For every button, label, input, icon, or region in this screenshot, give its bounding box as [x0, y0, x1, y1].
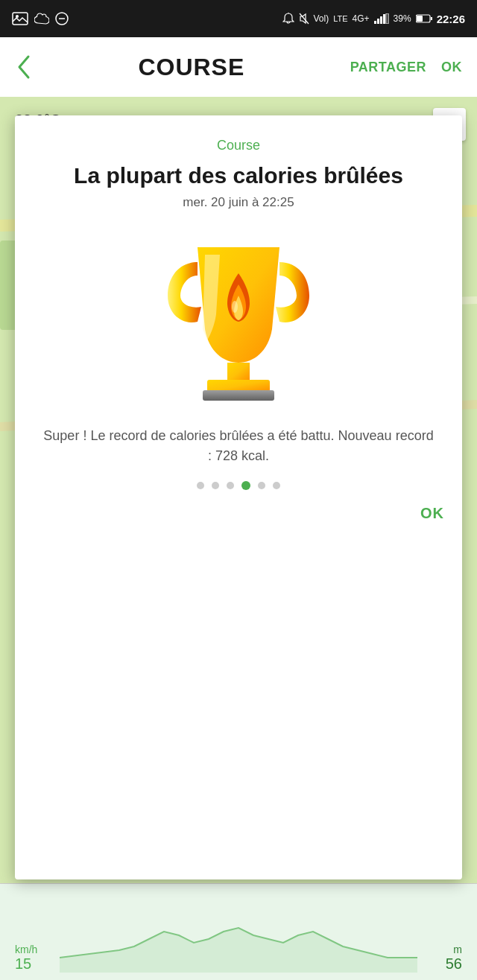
speed-value: 15 — [15, 955, 37, 973]
modal-title: La plupart des calories brûlées — [74, 162, 403, 189]
svg-rect-34 — [203, 390, 274, 401]
speed-label: km/h — [15, 944, 37, 955]
status-bar-right: Vol) LTE 4G+ 39% 22:26 — [282, 13, 465, 25]
page-title: COURSE — [138, 54, 244, 81]
chart-area: km/h 15 m 56 — [0, 883, 477, 980]
dot-6 — [273, 482, 280, 489]
network-type: Vol) — [314, 13, 329, 24]
svg-rect-8 — [377, 19, 379, 24]
modal-category: Course — [217, 138, 260, 153]
svg-rect-9 — [380, 16, 382, 24]
achievement-modal: Course La plupart des calories brûlées m… — [15, 115, 462, 879]
time: 22:26 — [437, 13, 465, 25]
nav-actions: PARTAGER OK — [350, 60, 462, 75]
battery-icon — [416, 14, 432, 23]
lte-badge: LTE — [333, 14, 347, 23]
chart-left: km/h 15 — [15, 944, 37, 973]
battery-percent: 39% — [394, 13, 411, 24]
svg-rect-33 — [207, 380, 270, 392]
modal-description: Super ! Le record de calories brûlées a … — [33, 426, 444, 466]
svg-rect-7 — [374, 21, 376, 24]
status-bar: Vol) LTE 4G+ 39% 22:26 — [0, 0, 477, 37]
ok-nav-button[interactable]: OK — [441, 60, 462, 75]
svg-rect-13 — [417, 16, 423, 22]
dot-1 — [197, 482, 204, 489]
pagination-dots — [197, 481, 280, 490]
svg-rect-32 — [227, 363, 250, 381]
back-button[interactable] — [15, 54, 33, 80]
notification-icon — [282, 13, 294, 25]
dot-5 — [258, 482, 265, 489]
status-bar-left — [12, 12, 69, 25]
partager-button[interactable]: PARTAGER — [350, 60, 426, 75]
trophy-image — [149, 225, 328, 419]
dot-3 — [227, 482, 234, 489]
dot-2 — [212, 482, 219, 489]
modal-ok-button[interactable]: OK — [420, 505, 444, 522]
elevation-label: m — [446, 944, 462, 955]
speed-chart-svg — [60, 898, 417, 973]
minus-circle-icon — [55, 12, 69, 25]
gallery-icon — [12, 12, 28, 25]
volume-icon — [299, 13, 309, 25]
cloud-icon — [34, 13, 49, 25]
nav-bar: COURSE PARTAGER OK — [0, 37, 477, 97]
trophy-svg — [157, 232, 320, 411]
svg-rect-10 — [383, 14, 385, 24]
elevation-value: 56 — [446, 955, 462, 973]
signal-strength: 4G+ — [353, 13, 370, 24]
svg-point-35 — [232, 301, 238, 313]
modal-date: mer. 20 juin à 22:25 — [183, 195, 294, 210]
signal-bars-icon — [374, 13, 389, 24]
chart-right: m 56 — [446, 944, 462, 973]
dot-4-active — [241, 481, 250, 490]
svg-rect-11 — [386, 13, 388, 24]
